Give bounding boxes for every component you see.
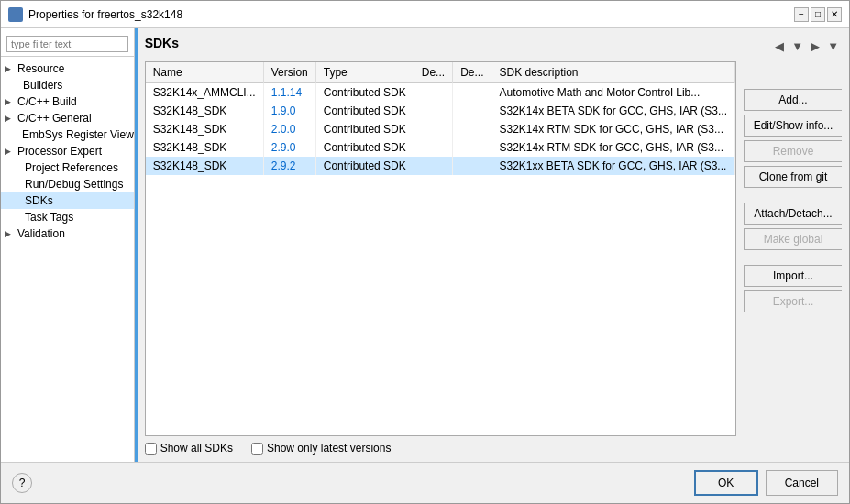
- nav-back-dropdown-button[interactable]: ▼: [789, 38, 806, 54]
- sidebar-label-project-references: Project References: [25, 161, 118, 174]
- sidebar-label-embsys: EmbSys Register View: [22, 128, 134, 141]
- table-row[interactable]: S32K148_SDK 1.9.0 Contributed SDK S32K14…: [146, 102, 735, 120]
- cell-de1: [414, 102, 452, 120]
- sidebar-item-cpp-general[interactable]: ▶ C/C++ General: [1, 110, 134, 126]
- show-latest-text: Show only latest versions: [267, 442, 391, 455]
- cell-de2: [453, 83, 491, 103]
- cell-name: S32K148_SDK: [146, 157, 264, 175]
- cell-name: S32K148_SDK: [146, 138, 264, 157]
- sidebar-item-validation[interactable]: ▶ Validation: [1, 225, 134, 242]
- nav-toolbar: ◀ ▼ ▶ ▼: [772, 38, 842, 54]
- footer-buttons: OK Cancel: [694, 470, 838, 496]
- sidebar-label-builders: Builders: [23, 79, 62, 92]
- remove-button[interactable]: Remove: [744, 140, 842, 162]
- cell-de2: [453, 157, 491, 175]
- minimize-button[interactable]: −: [794, 7, 809, 22]
- right-action-panel: Add... Edit/Show info... Remove Clone fr…: [736, 61, 842, 455]
- cell-de2: [453, 120, 491, 138]
- cell-de1: [414, 83, 452, 103]
- sidebar-item-cpp-build[interactable]: ▶ C/C++ Build: [1, 93, 134, 110]
- show-latest-label[interactable]: Show only latest versions: [251, 442, 391, 455]
- sidebar-filter-input[interactable]: [6, 36, 128, 52]
- sdk-table-container: Name Version Type De... De... SDK descri…: [145, 61, 736, 436]
- sidebar-filter-container: [1, 32, 134, 57]
- show-all-label[interactable]: Show all SDKs: [145, 442, 233, 455]
- cell-desc: S32K14x RTM SDK for GCC, GHS, IAR (S3...: [491, 138, 735, 157]
- table-footer: Show all SDKs Show only latest versions: [145, 442, 736, 455]
- table-row[interactable]: S32K148_SDK 2.9.0 Contributed SDK S32K14…: [146, 138, 735, 157]
- sidebar-label-validation: Validation: [17, 227, 65, 240]
- spacer-task-tags: ▶: [12, 213, 21, 222]
- cell-type: Contributed SDK: [315, 120, 414, 138]
- sdk-table-body: S32K14x_AMMCLI... 1.1.14 Contributed SDK…: [146, 83, 735, 176]
- maximize-button[interactable]: □: [811, 7, 825, 22]
- edit-show-button[interactable]: Edit/Show info...: [744, 115, 842, 137]
- table-row[interactable]: S32K148_SDK 2.9.2 Contributed SDK S32K1x…: [146, 157, 735, 175]
- sidebar-item-processor-expert[interactable]: ▶ Processor Expert: [1, 143, 134, 159]
- expand-arrow-resource: ▶: [5, 64, 14, 73]
- table-row[interactable]: S32K14x_AMMCLI... 1.1.14 Contributed SDK…: [146, 83, 735, 103]
- sdk-table: Name Version Type De... De... SDK descri…: [146, 62, 735, 175]
- spacer-run-debug: ▶: [12, 180, 21, 189]
- sidebar-item-sdks[interactable]: ▶ SDKs: [1, 192, 134, 209]
- show-all-checkbox[interactable]: [145, 443, 157, 455]
- expand-arrow-cpp-build: ▶: [5, 97, 14, 106]
- cancel-button[interactable]: Cancel: [766, 470, 838, 496]
- export-button[interactable]: Export...: [744, 290, 842, 312]
- sidebar-item-embsys[interactable]: ▶ EmbSys Register View: [1, 126, 134, 143]
- nav-back-button[interactable]: ◀: [772, 38, 787, 54]
- cell-name: S32K148_SDK: [146, 120, 264, 138]
- sidebar-label-sdks: SDKs: [25, 194, 53, 207]
- close-button[interactable]: ✕: [827, 7, 842, 22]
- sidebar-label-cpp-general: C/C++ General: [17, 112, 92, 125]
- sidebar-label-task-tags: Task Tags: [25, 211, 73, 224]
- spacer-sdks: ▶: [12, 196, 21, 205]
- sidebar-item-resource[interactable]: ▶ Resource: [1, 60, 134, 77]
- table-row[interactable]: S32K148_SDK 2.0.0 Contributed SDK S32K14…: [146, 120, 735, 138]
- sidebar-item-run-debug[interactable]: ▶ Run/Debug Settings: [1, 176, 134, 192]
- cell-desc: S32K14x RTM SDK for GCC, GHS, IAR (S3...: [491, 120, 735, 138]
- add-button[interactable]: Add...: [744, 89, 842, 111]
- cell-desc: Automotive Math and Motor Control Lib...: [491, 83, 735, 103]
- sidebar-label-cpp-build: C/C++ Build: [17, 95, 77, 108]
- main-inner: Name Version Type De... De... SDK descri…: [145, 61, 842, 455]
- attach-detach-button[interactable]: Attach/Detach...: [744, 203, 842, 225]
- nav-forward-dropdown-button[interactable]: ▼: [824, 38, 842, 54]
- dialog-footer: ? OK Cancel: [1, 462, 849, 503]
- main-content: SDKs ◀ ▼ ▶ ▼ Name Version: [138, 28, 849, 462]
- sidebar-item-task-tags[interactable]: ▶ Task Tags: [1, 209, 134, 225]
- col-version: Version: [263, 62, 315, 83]
- col-name: Name: [146, 62, 264, 83]
- col-desc: SDK description: [491, 62, 735, 83]
- properties-dialog: Properties for freertos_s32k148 − □ ✕ ▶ …: [0, 0, 850, 504]
- ok-button[interactable]: OK: [694, 470, 758, 496]
- cell-name: S32K148_SDK: [146, 102, 264, 120]
- cell-type: Contributed SDK: [315, 83, 414, 103]
- make-global-button[interactable]: Make global: [744, 228, 842, 250]
- dialog-icon: [8, 7, 23, 22]
- cell-de1: [414, 157, 452, 175]
- cell-version: 1.9.0: [263, 102, 315, 120]
- dialog-title: Properties for freertos_s32k148: [28, 8, 789, 21]
- import-button[interactable]: Import...: [744, 265, 842, 287]
- sidebar-item-project-references[interactable]: ▶ Project References: [1, 159, 134, 176]
- title-bar: Properties for freertos_s32k148 − □ ✕: [1, 1, 849, 28]
- btn-spacer-1: [744, 192, 842, 199]
- btn-spacer-2: [744, 254, 842, 261]
- dialog-body: ▶ Resource Builders ▶ C/C++ Build ▶ C/C+…: [1, 28, 849, 462]
- cell-de2: [453, 102, 491, 120]
- cell-version: 1.1.14: [263, 83, 315, 103]
- col-de1: De...: [414, 62, 452, 83]
- help-button[interactable]: ?: [12, 473, 32, 493]
- cell-type: Contributed SDK: [315, 157, 414, 175]
- nav-forward-button[interactable]: ▶: [808, 38, 822, 54]
- clone-from-git-button[interactable]: Clone from git: [744, 166, 842, 188]
- spacer-project-ref: ▶: [12, 163, 21, 172]
- cell-version: 2.9.2: [263, 157, 315, 175]
- sidebar-item-builders[interactable]: Builders: [1, 77, 134, 93]
- cell-name: S32K14x_AMMCLI...: [146, 83, 264, 103]
- window-controls: − □ ✕: [794, 7, 842, 22]
- col-de2: De...: [453, 62, 491, 83]
- cell-version: 2.9.0: [263, 138, 315, 157]
- show-latest-checkbox[interactable]: [251, 443, 263, 455]
